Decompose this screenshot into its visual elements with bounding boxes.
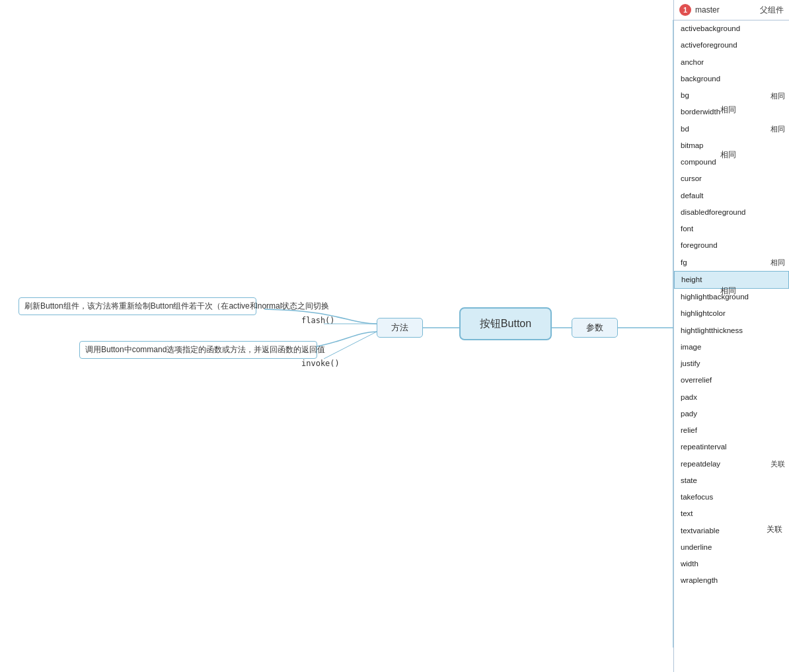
invoke-description: 调用Button中command选项指定的函数或方法，并返回函数的返回值 [79,341,317,359]
param-item-wraplength: wraplength [674,572,789,589]
param-item-foreground: foreground [674,237,789,254]
method-node: 方法 [377,318,423,338]
param-item-width: width [674,556,789,572]
param-item-takefocus: takefocus [674,489,789,505]
param-item-justify: justify [674,355,789,372]
param-item-underline: underline [674,539,789,556]
param-item-fg: fg相同 [674,254,789,271]
param-list: activebackgroundactiveforegroundanchorba… [674,20,789,671]
flash-label: flash() [301,316,335,325]
param-item-padx: padx [674,389,789,406]
param-item-image: image [674,339,789,355]
method-node-label: 方法 [391,322,408,334]
param-item-cursor: cursor [674,170,789,187]
param-item-default: default [674,188,789,204]
param-item-disabledforeground: disabledforeground [674,204,789,221]
param-item-activebackground: activebackground [674,20,789,37]
param-item-activeforeground: activeforeground [674,37,789,54]
bd-same-label: 相同 [720,149,736,161]
param-item-bg: bg相同 [674,87,789,104]
invoke-label: invoke() [301,359,340,368]
badge: 1 [679,4,691,16]
fg-same-label: 相同 [720,285,736,297]
param-item-repeatinterval: repeatinterval [674,439,789,455]
related-label: 关联 [767,524,782,535]
param-item-hightlightthickness: hightlightthickness [674,322,789,339]
center-node: 按钮Button [459,307,552,340]
param-item-relief: relief [674,422,789,439]
param-item-background: background [674,71,789,87]
param-item-bd: bd相同 [674,121,789,137]
param-item-text: text [674,505,789,522]
param-item-anchor: anchor [674,54,789,71]
flash-description: 刷新Button组件，该方法将重新绘制Button组件若干次（在active和n… [19,297,256,315]
param-item-state: state [674,472,789,489]
param-item-font: font [674,221,789,237]
center-node-label: 按钮Button [480,317,531,331]
param-item-pady: pady [674,406,789,422]
param-node: 参数 [572,318,618,338]
parent-label: 父组件 [760,5,784,16]
svg-line-3 [324,332,377,359]
param-node-label: 参数 [586,322,603,334]
param-item-overrelief: overrelief [674,372,789,389]
right-panel: 1 master 父组件 activebackgroundactiveforeg… [673,0,789,672]
bg-same-label: 相同 [720,104,736,116]
param-item-highlightcolor: highlightcolor [674,305,789,322]
param-item-repeatdelay: repeatdelay关联 [674,456,789,472]
master-label: master [695,5,720,15]
panel-header: 1 master 父组件 [674,0,789,20]
